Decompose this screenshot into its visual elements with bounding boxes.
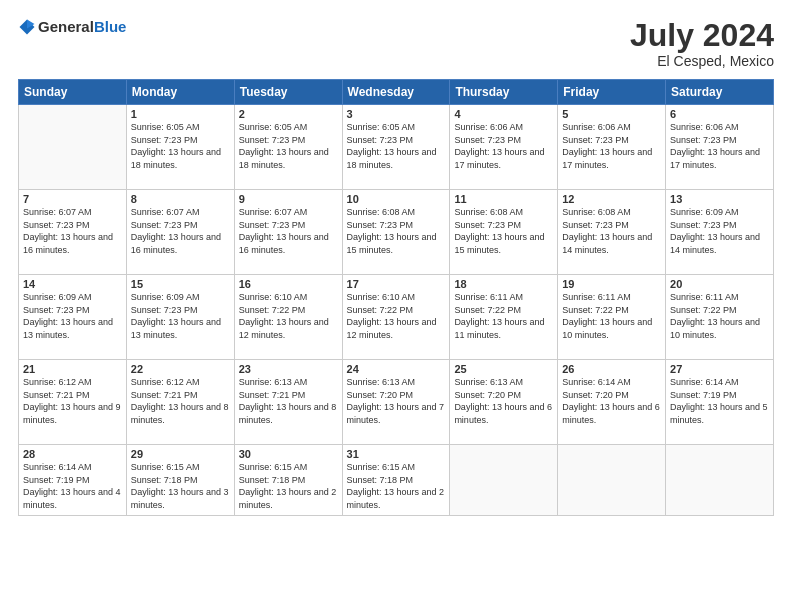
day-number: 26 (562, 363, 661, 375)
day-number: 31 (347, 448, 446, 460)
day-number: 5 (562, 108, 661, 120)
table-row: 26Sunrise: 6:14 AMSunset: 7:20 PMDayligh… (558, 360, 666, 445)
day-info: Sunrise: 6:15 AMSunset: 7:18 PMDaylight:… (131, 461, 230, 511)
table-row: 12Sunrise: 6:08 AMSunset: 7:23 PMDayligh… (558, 190, 666, 275)
location: El Cesped, Mexico (630, 53, 774, 69)
table-row: 25Sunrise: 6:13 AMSunset: 7:20 PMDayligh… (450, 360, 558, 445)
day-info: Sunrise: 6:12 AMSunset: 7:21 PMDaylight:… (23, 376, 122, 426)
day-number: 7 (23, 193, 122, 205)
table-row: 5Sunrise: 6:06 AMSunset: 7:23 PMDaylight… (558, 105, 666, 190)
table-row: 2Sunrise: 6:05 AMSunset: 7:23 PMDaylight… (234, 105, 342, 190)
calendar-row: 21Sunrise: 6:12 AMSunset: 7:21 PMDayligh… (19, 360, 774, 445)
day-info: Sunrise: 6:07 AMSunset: 7:23 PMDaylight:… (131, 206, 230, 256)
day-info: Sunrise: 6:07 AMSunset: 7:23 PMDaylight:… (239, 206, 338, 256)
table-row: 14Sunrise: 6:09 AMSunset: 7:23 PMDayligh… (19, 275, 127, 360)
table-row: 20Sunrise: 6:11 AMSunset: 7:22 PMDayligh… (666, 275, 774, 360)
day-number: 23 (239, 363, 338, 375)
day-info: Sunrise: 6:08 AMSunset: 7:23 PMDaylight:… (347, 206, 446, 256)
day-number: 24 (347, 363, 446, 375)
col-sunday: Sunday (19, 80, 127, 105)
table-row: 16Sunrise: 6:10 AMSunset: 7:22 PMDayligh… (234, 275, 342, 360)
day-number: 9 (239, 193, 338, 205)
day-info: Sunrise: 6:09 AMSunset: 7:23 PMDaylight:… (23, 291, 122, 341)
day-number: 10 (347, 193, 446, 205)
day-info: Sunrise: 6:13 AMSunset: 7:21 PMDaylight:… (239, 376, 338, 426)
day-info: Sunrise: 6:06 AMSunset: 7:23 PMDaylight:… (562, 121, 661, 171)
col-friday: Friday (558, 80, 666, 105)
table-row: 27Sunrise: 6:14 AMSunset: 7:19 PMDayligh… (666, 360, 774, 445)
day-info: Sunrise: 6:10 AMSunset: 7:22 PMDaylight:… (239, 291, 338, 341)
day-info: Sunrise: 6:13 AMSunset: 7:20 PMDaylight:… (454, 376, 553, 426)
day-number: 14 (23, 278, 122, 290)
calendar-row: 28Sunrise: 6:14 AMSunset: 7:19 PMDayligh… (19, 445, 774, 515)
day-info: Sunrise: 6:11 AMSunset: 7:22 PMDaylight:… (454, 291, 553, 341)
table-row: 28Sunrise: 6:14 AMSunset: 7:19 PMDayligh… (19, 445, 127, 515)
header: GeneralBlue July 2024 El Cesped, Mexico (18, 18, 774, 69)
table-row: 10Sunrise: 6:08 AMSunset: 7:23 PMDayligh… (342, 190, 450, 275)
table-row: 29Sunrise: 6:15 AMSunset: 7:18 PMDayligh… (126, 445, 234, 515)
calendar-row: 1Sunrise: 6:05 AMSunset: 7:23 PMDaylight… (19, 105, 774, 190)
logo-general: General (38, 18, 94, 35)
day-number: 3 (347, 108, 446, 120)
day-info: Sunrise: 6:09 AMSunset: 7:23 PMDaylight:… (131, 291, 230, 341)
day-number: 21 (23, 363, 122, 375)
day-info: Sunrise: 6:15 AMSunset: 7:18 PMDaylight:… (347, 461, 446, 511)
day-number: 11 (454, 193, 553, 205)
day-info: Sunrise: 6:05 AMSunset: 7:23 PMDaylight:… (347, 121, 446, 171)
day-number: 8 (131, 193, 230, 205)
calendar-header-row: Sunday Monday Tuesday Wednesday Thursday… (19, 80, 774, 105)
day-info: Sunrise: 6:05 AMSunset: 7:23 PMDaylight:… (131, 121, 230, 171)
day-number: 25 (454, 363, 553, 375)
table-row (19, 105, 127, 190)
day-number: 20 (670, 278, 769, 290)
day-number: 18 (454, 278, 553, 290)
month-title: July 2024 (630, 18, 774, 53)
day-number: 28 (23, 448, 122, 460)
table-row: 21Sunrise: 6:12 AMSunset: 7:21 PMDayligh… (19, 360, 127, 445)
day-number: 6 (670, 108, 769, 120)
day-info: Sunrise: 6:06 AMSunset: 7:23 PMDaylight:… (454, 121, 553, 171)
day-number: 1 (131, 108, 230, 120)
logo-icon (18, 18, 36, 36)
table-row: 8Sunrise: 6:07 AMSunset: 7:23 PMDaylight… (126, 190, 234, 275)
day-number: 29 (131, 448, 230, 460)
day-number: 19 (562, 278, 661, 290)
table-row: 11Sunrise: 6:08 AMSunset: 7:23 PMDayligh… (450, 190, 558, 275)
table-row (450, 445, 558, 515)
day-number: 22 (131, 363, 230, 375)
table-row: 3Sunrise: 6:05 AMSunset: 7:23 PMDaylight… (342, 105, 450, 190)
day-info: Sunrise: 6:08 AMSunset: 7:23 PMDaylight:… (454, 206, 553, 256)
table-row: 19Sunrise: 6:11 AMSunset: 7:22 PMDayligh… (558, 275, 666, 360)
table-row: 22Sunrise: 6:12 AMSunset: 7:21 PMDayligh… (126, 360, 234, 445)
day-info: Sunrise: 6:13 AMSunset: 7:20 PMDaylight:… (347, 376, 446, 426)
col-monday: Monday (126, 80, 234, 105)
table-row: 15Sunrise: 6:09 AMSunset: 7:23 PMDayligh… (126, 275, 234, 360)
table-row (558, 445, 666, 515)
table-row: 1Sunrise: 6:05 AMSunset: 7:23 PMDaylight… (126, 105, 234, 190)
day-number: 16 (239, 278, 338, 290)
day-info: Sunrise: 6:07 AMSunset: 7:23 PMDaylight:… (23, 206, 122, 256)
day-info: Sunrise: 6:08 AMSunset: 7:23 PMDaylight:… (562, 206, 661, 256)
table-row: 30Sunrise: 6:15 AMSunset: 7:18 PMDayligh… (234, 445, 342, 515)
day-info: Sunrise: 6:09 AMSunset: 7:23 PMDaylight:… (670, 206, 769, 256)
table-row: 17Sunrise: 6:10 AMSunset: 7:22 PMDayligh… (342, 275, 450, 360)
table-row: 18Sunrise: 6:11 AMSunset: 7:22 PMDayligh… (450, 275, 558, 360)
calendar-table: Sunday Monday Tuesday Wednesday Thursday… (18, 79, 774, 515)
day-info: Sunrise: 6:06 AMSunset: 7:23 PMDaylight:… (670, 121, 769, 171)
day-info: Sunrise: 6:14 AMSunset: 7:20 PMDaylight:… (562, 376, 661, 426)
calendar-row: 14Sunrise: 6:09 AMSunset: 7:23 PMDayligh… (19, 275, 774, 360)
day-number: 15 (131, 278, 230, 290)
day-info: Sunrise: 6:14 AMSunset: 7:19 PMDaylight:… (23, 461, 122, 511)
page: GeneralBlue July 2024 El Cesped, Mexico … (0, 0, 792, 612)
day-info: Sunrise: 6:11 AMSunset: 7:22 PMDaylight:… (670, 291, 769, 341)
table-row: 23Sunrise: 6:13 AMSunset: 7:21 PMDayligh… (234, 360, 342, 445)
day-info: Sunrise: 6:10 AMSunset: 7:22 PMDaylight:… (347, 291, 446, 341)
day-number: 27 (670, 363, 769, 375)
table-row: 31Sunrise: 6:15 AMSunset: 7:18 PMDayligh… (342, 445, 450, 515)
day-number: 4 (454, 108, 553, 120)
day-number: 13 (670, 193, 769, 205)
logo-blue: Blue (94, 18, 127, 35)
col-thursday: Thursday (450, 80, 558, 105)
table-row (666, 445, 774, 515)
day-info: Sunrise: 6:11 AMSunset: 7:22 PMDaylight:… (562, 291, 661, 341)
